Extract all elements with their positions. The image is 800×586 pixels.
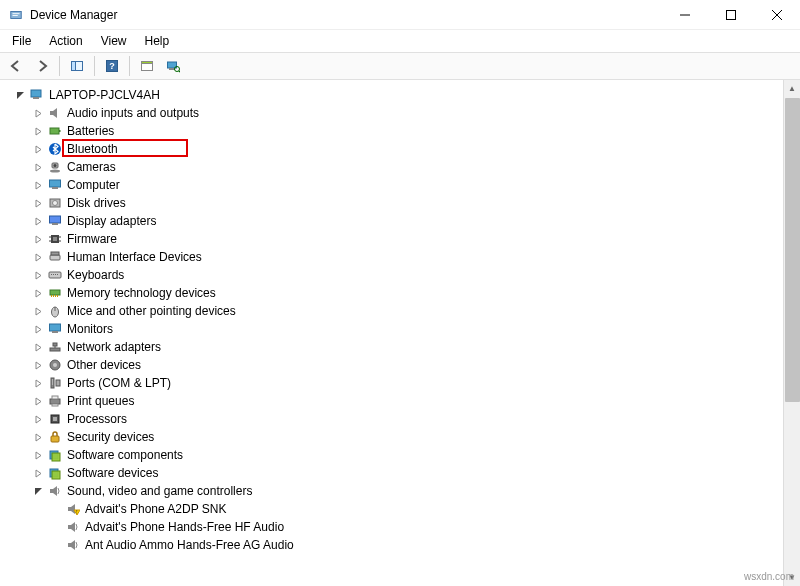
- tree-item[interactable]: Software devices: [32, 464, 800, 482]
- tree-item[interactable]: Ports (COM & LPT): [32, 374, 800, 392]
- tree-item[interactable]: Print queues: [32, 392, 800, 410]
- display-icon: [47, 213, 63, 229]
- expand-icon[interactable]: [32, 431, 44, 443]
- device-tree[interactable]: LAPTOP-PJCLV4AH Audio inputs and outputs…: [0, 80, 800, 586]
- collapse-icon[interactable]: [14, 89, 26, 101]
- svg-point-61: [52, 381, 53, 382]
- vertical-scrollbar[interactable]: ▲ ▼: [783, 80, 800, 586]
- svg-rect-30: [50, 216, 61, 223]
- tree-item[interactable]: Audio inputs and outputs: [32, 104, 800, 122]
- tree-item[interactable]: Ant Audio Ammo Hands-Free AG Audio: [50, 536, 800, 554]
- menu-file[interactable]: File: [4, 32, 39, 50]
- expand-icon[interactable]: [32, 197, 44, 209]
- menu-action[interactable]: Action: [41, 32, 90, 50]
- show-hide-console-button[interactable]: [65, 54, 89, 78]
- svg-rect-73: [52, 471, 60, 479]
- network-icon: [47, 339, 63, 355]
- expand-icon[interactable]: [32, 215, 44, 227]
- expand-icon[interactable]: [32, 305, 44, 317]
- svg-rect-77: [68, 525, 71, 529]
- svg-point-23: [50, 170, 60, 173]
- tree-item[interactable]: Monitors: [32, 320, 800, 338]
- tree-item[interactable]: Software components: [32, 446, 800, 464]
- svg-rect-44: [57, 274, 58, 275]
- watermark: wsxdn.com: [744, 571, 794, 582]
- speaker-icon: [47, 105, 63, 121]
- expand-icon[interactable]: [32, 233, 44, 245]
- tree-item[interactable]: Batteries: [32, 122, 800, 140]
- expand-icon[interactable]: [32, 251, 44, 263]
- expand-icon[interactable]: [32, 377, 44, 389]
- tree-root[interactable]: LAPTOP-PJCLV4AH: [14, 86, 800, 104]
- tree-item-label: Human Interface Devices: [67, 250, 202, 264]
- tree-item[interactable]: Advait's Phone Hands-Free HF Audio: [50, 518, 800, 536]
- svg-rect-21: [59, 130, 61, 132]
- scan-hardware-button[interactable]: [161, 54, 185, 78]
- tree-item[interactable]: Memory technology devices: [32, 284, 800, 302]
- tree-item[interactable]: Bluetooth: [32, 140, 800, 158]
- help-button[interactable]: ?: [100, 54, 124, 78]
- tree-item[interactable]: Network adapters: [32, 338, 800, 356]
- tree-item[interactable]: Cameras: [32, 158, 800, 176]
- tree-item-label: Memory technology devices: [67, 286, 216, 300]
- tree-item[interactable]: Other devices: [32, 356, 800, 374]
- tree-item[interactable]: Computer: [32, 176, 800, 194]
- tree-item[interactable]: Disk drives: [32, 194, 800, 212]
- sound-icon: [65, 537, 81, 553]
- tree-item[interactable]: Sound, video and game controllers: [32, 482, 800, 500]
- expand-icon[interactable]: [32, 143, 44, 155]
- expand-icon[interactable]: [32, 413, 44, 425]
- expand-icon[interactable]: [32, 269, 44, 281]
- tree-item[interactable]: Keyboards: [32, 266, 800, 284]
- expand-icon[interactable]: [32, 107, 44, 119]
- tree-item-label: Bluetooth: [67, 142, 118, 156]
- monitor-icon: [47, 321, 63, 337]
- collapse-icon[interactable]: [32, 485, 44, 497]
- svg-rect-55: [53, 343, 57, 346]
- back-button[interactable]: [4, 54, 28, 78]
- tree-item[interactable]: !Advait's Phone A2DP SNK: [50, 500, 800, 518]
- tree-item[interactable]: Security devices: [32, 428, 800, 446]
- cpu-icon: [47, 411, 63, 427]
- svg-point-62: [52, 383, 53, 384]
- svg-rect-27: [52, 187, 58, 189]
- expand-icon[interactable]: [32, 323, 44, 335]
- tree-item[interactable]: Display adapters: [32, 212, 800, 230]
- forward-button[interactable]: [30, 54, 54, 78]
- toolbar-separator: [94, 56, 95, 76]
- software-icon: [47, 447, 63, 463]
- expand-icon[interactable]: [32, 395, 44, 407]
- close-button[interactable]: [754, 0, 800, 30]
- leaf-icon: [50, 521, 62, 533]
- tree-item[interactable]: Firmware: [32, 230, 800, 248]
- expand-icon[interactable]: [32, 179, 44, 191]
- svg-rect-49: [57, 295, 58, 297]
- tree-item[interactable]: Mice and other pointing devices: [32, 302, 800, 320]
- tree-item[interactable]: Processors: [32, 410, 800, 428]
- tree-item-label: Display adapters: [67, 214, 156, 228]
- svg-rect-71: [52, 453, 60, 461]
- scroll-up-icon[interactable]: ▲: [784, 80, 801, 97]
- menu-view[interactable]: View: [93, 32, 135, 50]
- expand-icon[interactable]: [32, 449, 44, 461]
- title-bar: Device Manager: [0, 0, 800, 30]
- svg-point-29: [53, 201, 58, 206]
- tree-item-label: Mice and other pointing devices: [67, 304, 236, 318]
- expand-icon[interactable]: [32, 125, 44, 137]
- expand-icon[interactable]: [32, 161, 44, 173]
- expand-icon[interactable]: [32, 359, 44, 371]
- properties-button[interactable]: [135, 54, 159, 78]
- maximize-button[interactable]: [708, 0, 754, 30]
- svg-rect-8: [72, 62, 76, 71]
- scroll-thumb[interactable]: [785, 98, 800, 402]
- tree-item-label: Security devices: [67, 430, 154, 444]
- minimize-button[interactable]: [662, 0, 708, 30]
- expand-icon[interactable]: [32, 341, 44, 353]
- expand-icon[interactable]: [32, 467, 44, 479]
- svg-rect-69: [51, 436, 59, 442]
- expand-icon[interactable]: [32, 287, 44, 299]
- menu-help[interactable]: Help: [137, 32, 178, 50]
- tree-item[interactable]: Human Interface Devices: [32, 248, 800, 266]
- toolbar-separator: [59, 56, 60, 76]
- mem-icon: [47, 285, 63, 301]
